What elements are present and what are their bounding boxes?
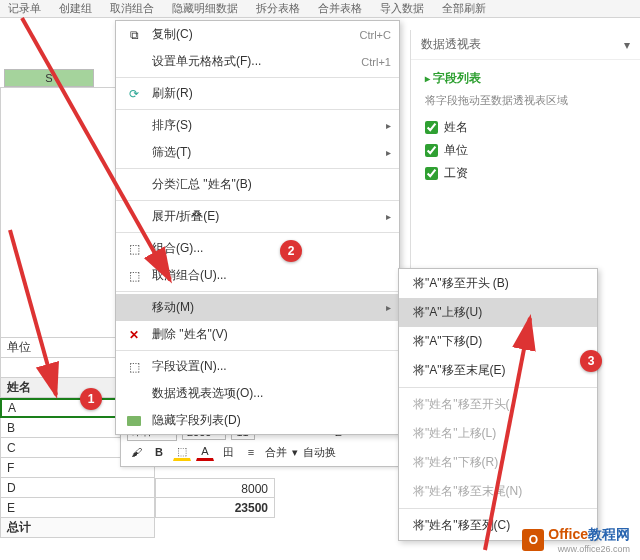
menu-label: 组合(G)... [152,240,391,257]
border-icon[interactable]: 田 [219,443,237,461]
field-list-hint: 将字段拖动至数据透视表区域 [425,93,626,108]
header-text: 姓名 [7,379,31,396]
menu-hide-field-list[interactable]: 隐藏字段列表(D) [116,407,399,434]
context-menu: ⧉ 复制(C) Ctrl+C 设置单元格格式(F)... Ctrl+1 ⟳ 刷新… [115,20,400,435]
field-checkbox-name[interactable]: 姓名 [425,116,626,139]
menu-label: 展开/折叠(E) [152,208,386,225]
field-checkbox-unit[interactable]: 单位 [425,139,626,162]
submenu-name-up: 将"姓名"上移(L) [399,419,597,448]
ribbon-merge[interactable]: 合并表格 [318,1,362,16]
menu-copy[interactable]: ⧉ 复制(C) Ctrl+C [116,21,399,48]
menu-label: 复制(C) [152,26,360,43]
menu-group[interactable]: ⬚ 组合(G)... [116,235,399,262]
chevron-right-icon: ▸ [386,211,391,222]
brand-url: www.office26.com [548,544,630,554]
field-label-salary: 工资 [444,165,468,182]
menu-sort[interactable]: 排序(S) ▸ [116,112,399,139]
ribbon-hidedata[interactable]: 隐藏明细数据 [172,1,238,16]
watermark: O Office教程网 www.office26.com [522,526,630,554]
menu-move[interactable]: 移动(M) ▸ [116,294,399,321]
menu-label: 设置单元格格式(F)... [152,53,361,70]
menu-subtotal[interactable]: 分类汇总 "姓名"(B) [116,171,399,198]
menu-label: 取消组合(U)... [152,267,391,284]
align-icon[interactable]: ≡ [242,443,260,461]
column-header-s[interactable]: S [4,69,94,87]
brand-a: Office [548,526,588,542]
menu-field-settings[interactable]: ⬚ 字段设置(N)... [116,353,399,380]
ribbon-refreshall[interactable]: 全部刷新 [442,1,486,16]
field-checkbox-salary[interactable]: 工资 [425,162,626,185]
fill-color-icon[interactable]: ⬚ [173,443,191,461]
cell-d[interactable]: D [0,478,155,498]
checkbox[interactable] [425,144,438,157]
value-cell-1[interactable]: 8000 [155,478,275,498]
menu-ungroup[interactable]: ⬚ 取消组合(U)... [116,262,399,289]
shortcut: Ctrl+1 [361,56,391,68]
refresh-icon: ⟳ [124,86,144,102]
menu-label: 分类汇总 "姓名"(B) [152,176,391,193]
value-column: 8000 23500 [155,478,275,518]
shortcut: Ctrl+C [360,29,391,41]
merge-cells[interactable]: 合并 [265,445,287,460]
menu-label: 隐藏字段列表(D) [152,412,391,429]
submenu-name-begin: 将"姓名"移至开头( [399,390,597,419]
value-cell-total: 23500 [155,498,275,518]
menu-filter[interactable]: 筛选(T) ▸ [116,139,399,166]
auto-wrap[interactable]: 自动换 [303,445,336,460]
chevron-down-icon: ▾ [292,446,298,459]
cell-e[interactable]: E [0,498,155,518]
callout-2: 2 [280,240,302,262]
menu-expand-collapse[interactable]: 展开/折叠(E) ▸ [116,203,399,230]
field-label-unit: 单位 [444,142,468,159]
ribbon-import[interactable]: 导入数据 [380,1,424,16]
ribbon-record[interactable]: 记录单 [8,1,41,16]
submenu-name-down: 将"姓名"下移(R) [399,448,597,477]
callout-3: 3 [580,350,602,372]
menu-label: 排序(S) [152,117,386,134]
submenu-a-end[interactable]: 将"A"移至末尾(E) [399,356,597,385]
menu-format-cells[interactable]: 设置单元格格式(F)... Ctrl+1 [116,48,399,75]
menu-delete[interactable]: ✕ 删除 "姓名"(V) [116,321,399,348]
office-icon: O [522,529,544,551]
menu-label: 刷新(R) [152,85,391,102]
ribbon: 记录单 创建组 取消组合 隐藏明细数据 拆分表格 合并表格 导入数据 全部刷新 [0,0,640,18]
brand-b: 教程网 [588,526,630,542]
submenu-a-begin[interactable]: 将"A"移至开头 (B) [399,269,597,298]
menu-label: 移动(M) [152,299,386,316]
chevron-right-icon: ▸ [386,120,391,131]
callout-1: 1 [80,388,102,410]
ungroup-icon: ⬚ [124,268,144,284]
menu-label: 删除 "姓名"(V) [152,326,391,343]
delete-icon: ✕ [124,327,144,343]
copy-icon: ⧉ [124,27,144,43]
font-color-icon[interactable]: A [196,443,214,461]
submenu-a-up[interactable]: 将"A"上移(U) [399,298,597,327]
menu-label: 筛选(T) [152,144,386,161]
format-painter-icon[interactable]: 🖌 [127,443,145,461]
ribbon-create[interactable]: 创建组 [59,1,92,16]
group-icon: ⬚ [124,241,144,257]
chevron-right-icon: ▸ [386,302,391,313]
bold-button[interactable]: B [150,443,168,461]
ribbon-ungroup[interactable]: 取消组合 [110,1,154,16]
checkbox[interactable] [425,167,438,180]
field-settings-icon: ⬚ [124,359,144,375]
field-list-heading: 字段列表 [425,70,626,87]
cell-total: 总计 [0,518,155,538]
menu-label: 字段设置(N)... [152,358,391,375]
pivot-panel-title: 数据透视表 [421,36,481,53]
chevron-right-icon: ▸ [386,147,391,158]
menu-pivot-options[interactable]: 数据透视表选项(O)... [116,380,399,407]
move-submenu: 将"A"移至开头 (B) 将"A"上移(U) 将"A"下移(D) 将"A"移至末… [398,268,598,541]
hide-list-icon [124,413,144,429]
ribbon-split[interactable]: 拆分表格 [256,1,300,16]
chevron-down-icon[interactable]: ▾ [624,38,630,52]
menu-refresh[interactable]: ⟳ 刷新(R) [116,80,399,107]
field-label-name: 姓名 [444,119,468,136]
menu-label: 数据透视表选项(O)... [152,385,391,402]
submenu-name-end: 将"姓名"移至末尾(N) [399,477,597,506]
submenu-a-down[interactable]: 将"A"下移(D) [399,327,597,356]
checkbox[interactable] [425,121,438,134]
